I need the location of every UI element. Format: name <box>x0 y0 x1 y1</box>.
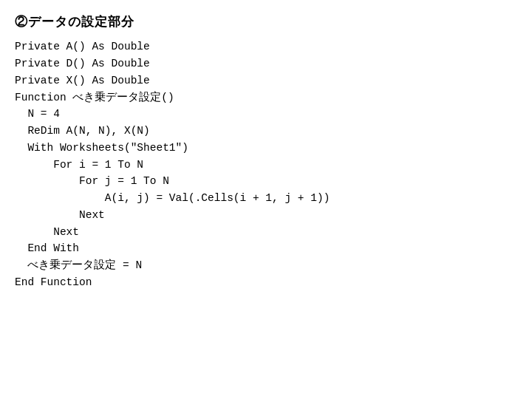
code-block: Private A() As Double Private D() As Dou… <box>15 38 517 290</box>
page-title: ②データの設定部分 <box>15 12 517 31</box>
